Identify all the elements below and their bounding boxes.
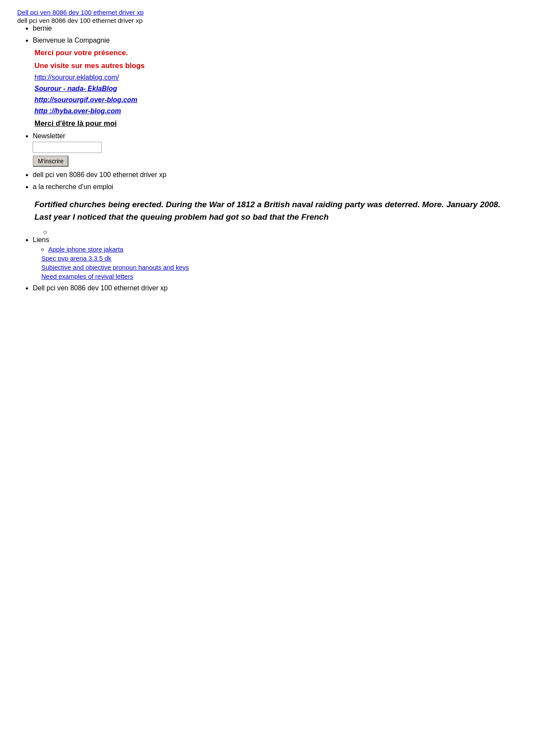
link-apple-iphone[interactable]: Apple iphone store jakarta bbox=[48, 246, 517, 253]
link-subjective[interactable]: Subjective and objective pronoun hanouts… bbox=[41, 264, 517, 271]
bullet-bienvenue: Bienvenue la Compagnie bbox=[33, 37, 517, 44]
newsletter-submit-button[interactable]: M'inscrire bbox=[33, 156, 68, 167]
underline-bold: Merci d'être là pour moi bbox=[34, 119, 517, 128]
bullet-liens: Liens Apple iphone store jakarta Spec pv… bbox=[33, 236, 517, 280]
newsletter-section: M'inscrire bbox=[33, 142, 517, 167]
italic-bold-block: Fortified churches being erected. During… bbox=[34, 199, 517, 223]
main-list: bernie Bienvenue la Compagnie Merci pour… bbox=[17, 25, 517, 191]
sub-list-item-apple: Apple iphone store jakarta bbox=[48, 246, 517, 253]
bullet-dell-2: Dell pci ven 8086 dev 100 ethernet drive… bbox=[33, 284, 517, 292]
top-subtitle: dell pci ven 8086 dev 100 ethernet drive… bbox=[17, 17, 143, 24]
sub-list-item-subjective: Subjective and objective pronoun hanouts… bbox=[41, 264, 517, 271]
link-eklablog[interactable]: http://sourour.eklablog.com/ bbox=[34, 74, 517, 81]
link-hyba[interactable]: http ://hyba.over-blog.com bbox=[34, 107, 517, 115]
link-sourour-nada[interactable]: Sourour - nada- EklaBlog bbox=[34, 85, 517, 93]
sub-list-item-revival: Need examples of revival letters bbox=[41, 273, 517, 280]
liens-list: Liens Apple iphone store jakarta Spec pv… bbox=[17, 236, 517, 292]
sub-list-item-spec: Spec pvp arena 3.3.5 dk bbox=[41, 255, 517, 262]
link-spec-pvp[interactable]: Spec pvp arena 3.3.5 dk bbox=[41, 255, 517, 262]
red-bold-2: Une visite sur mes autres blogs bbox=[34, 62, 517, 70]
liens-label: Liens bbox=[33, 236, 49, 243]
newsletter-label: Newsletter bbox=[33, 132, 65, 140]
bullet-dell: dell pci ven 8086 dev 100 ethernet drive… bbox=[33, 171, 517, 179]
link-revival-letters[interactable]: Need examples of revival letters bbox=[41, 273, 517, 280]
liens-sub-list: Apple iphone store jakarta Spec pvp aren… bbox=[33, 246, 517, 280]
bullet-bernie: bernie bbox=[33, 25, 517, 32]
bullet-recherche: a la recherche d'un emploi bbox=[33, 183, 517, 191]
bullet-newsletter: Newsletter M'inscrire bbox=[33, 132, 517, 167]
newsletter-input[interactable] bbox=[33, 142, 102, 153]
link-sourourgif[interactable]: http://sourourgif.over-blog.com bbox=[34, 96, 517, 104]
red-bold-1: Merci pour votre présence. bbox=[34, 49, 517, 57]
circle-item bbox=[43, 228, 517, 236]
top-link[interactable]: Dell pci ven 8086 dev 100 ethernet drive… bbox=[17, 9, 517, 16]
